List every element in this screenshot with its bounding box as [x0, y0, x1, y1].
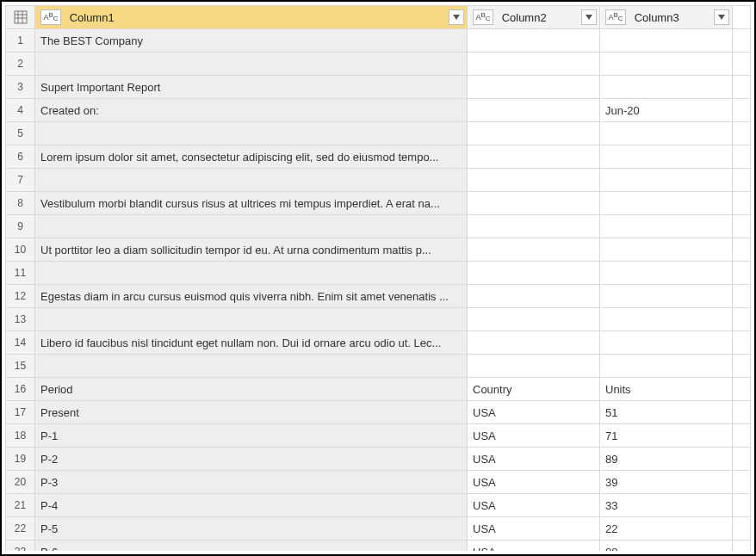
row-number[interactable]: 17	[6, 401, 35, 424]
table-row[interactable]: 16PeriodCountryUnits	[6, 378, 751, 401]
row-number[interactable]: 14	[6, 331, 35, 355]
cell-column2[interactable]	[468, 238, 600, 262]
row-number[interactable]: 19	[6, 448, 35, 471]
cell-column1[interactable]: The BEST Company	[35, 29, 468, 53]
row-number[interactable]: 15	[6, 355, 35, 378]
table-row[interactable]: 20P-3USA39	[6, 471, 751, 494]
column-header-column1[interactable]: ABC Column1	[35, 6, 468, 29]
cell-column2[interactable]	[468, 192, 600, 215]
cell-column3[interactable]	[600, 308, 733, 331]
table-row[interactable]: 21P-4USA33	[6, 494, 751, 517]
cell-column3[interactable]	[600, 53, 733, 76]
table-row[interactable]: 17PresentUSA51	[6, 401, 751, 424]
row-number[interactable]: 23	[6, 541, 35, 552]
table-row[interactable]: 14Libero id faucibus nisl tincidunt eget…	[6, 331, 751, 355]
cell-column3[interactable]	[600, 29, 733, 53]
cell-column2[interactable]	[468, 99, 600, 122]
cell-column3[interactable]	[600, 355, 733, 378]
cell-column1[interactable]: Present	[35, 401, 468, 424]
table-row[interactable]: 18P-1USA71	[6, 424, 751, 448]
cell-column1[interactable]: P-3	[35, 471, 468, 494]
filter-dropdown-column1[interactable]	[449, 9, 464, 25]
table-row[interactable]: 11	[6, 262, 751, 285]
row-number[interactable]: 16	[6, 378, 35, 401]
cell-column2[interactable]: USA	[468, 424, 600, 448]
cell-column1[interactable]	[35, 122, 468, 145]
cell-column2[interactable]	[468, 355, 600, 378]
cell-column1[interactable]: Lorem ipsum dolor sit amet, consectetur …	[35, 145, 468, 169]
row-number[interactable]: 7	[6, 169, 35, 192]
cell-column1[interactable]: P-6	[35, 541, 468, 552]
cell-column2[interactable]	[468, 122, 600, 145]
cell-column1[interactable]	[35, 169, 468, 192]
row-number[interactable]: 18	[6, 424, 35, 448]
cell-column2[interactable]	[468, 53, 600, 76]
cell-column3[interactable]: Units	[600, 378, 733, 401]
cell-column3[interactable]: 22	[600, 517, 733, 541]
table-row[interactable]: 19P-2USA89	[6, 448, 751, 471]
cell-column2[interactable]	[468, 169, 600, 192]
row-number[interactable]: 13	[6, 308, 35, 331]
cell-column3[interactable]	[600, 331, 733, 355]
text-type-icon[interactable]: ABC	[605, 9, 626, 25]
cell-column3[interactable]	[600, 145, 733, 169]
cell-column2[interactable]	[468, 215, 600, 238]
row-number[interactable]: 21	[6, 494, 35, 517]
cell-column3[interactable]: Jun-20	[600, 99, 733, 122]
row-number[interactable]: 20	[6, 471, 35, 494]
table-row[interactable]: 10Ut porttitor leo a diam sollicitudin t…	[6, 238, 751, 262]
table-row[interactable]: 23P-6USA88	[6, 541, 751, 552]
cell-column1[interactable]: P-2	[35, 448, 468, 471]
table-row[interactable]: 8Vestibulum morbi blandit cursus risus a…	[6, 192, 751, 215]
row-number[interactable]: 11	[6, 262, 35, 285]
cell-column3[interactable]: 33	[600, 494, 733, 517]
row-number[interactable]: 5	[6, 122, 35, 145]
cell-column3[interactable]	[600, 169, 733, 192]
cell-column1[interactable]	[35, 262, 468, 285]
column-header-column2[interactable]: ABC Column2	[468, 6, 600, 29]
table-row[interactable]: 2	[6, 53, 751, 76]
cell-column1[interactable]: Period	[35, 378, 468, 401]
cell-column2[interactable]: USA	[468, 471, 600, 494]
cell-column1[interactable]: P-4	[35, 494, 468, 517]
cell-column2[interactable]: Country	[468, 378, 600, 401]
row-number[interactable]: 22	[6, 517, 35, 541]
table-row[interactable]: 9	[6, 215, 751, 238]
row-number[interactable]: 12	[6, 285, 35, 308]
cell-column3[interactable]: 89	[600, 448, 733, 471]
table-row[interactable]: 15	[6, 355, 751, 378]
cell-column2[interactable]: USA	[468, 494, 600, 517]
cell-column3[interactable]	[600, 262, 733, 285]
cell-column3[interactable]: 39	[600, 471, 733, 494]
cell-column1[interactable]: Supert Important Report	[35, 76, 468, 99]
cell-column3[interactable]	[600, 285, 733, 308]
cell-column3[interactable]: 88	[600, 541, 733, 552]
cell-column2[interactable]	[468, 145, 600, 169]
cell-column2[interactable]	[468, 285, 600, 308]
cell-column3[interactable]	[600, 238, 733, 262]
cell-column1[interactable]	[35, 355, 468, 378]
cell-column1[interactable]: P-1	[35, 424, 468, 448]
cell-column3[interactable]	[600, 192, 733, 215]
cell-column3[interactable]: 51	[600, 401, 733, 424]
row-number[interactable]: 4	[6, 99, 35, 122]
cell-column1[interactable]: Ut porttitor leo a diam sollicitudin tem…	[35, 238, 468, 262]
cell-column1[interactable]: Created on:	[35, 99, 468, 122]
filter-dropdown-column2[interactable]	[581, 9, 597, 25]
row-number[interactable]: 9	[6, 215, 35, 238]
cell-column2[interactable]: USA	[468, 517, 600, 541]
cell-column1[interactable]	[35, 53, 468, 76]
cell-column3[interactable]	[600, 215, 733, 238]
cell-column3[interactable]	[600, 76, 733, 99]
text-type-icon[interactable]: ABC	[40, 9, 61, 25]
table-row[interactable]: 4Created on:Jun-20	[6, 99, 751, 122]
cell-column1[interactable]: Egestas diam in arcu cursus euismod quis…	[35, 285, 468, 308]
row-number[interactable]: 10	[6, 238, 35, 262]
row-number[interactable]: 8	[6, 192, 35, 215]
filter-dropdown-column3[interactable]	[714, 9, 729, 25]
cell-column2[interactable]	[468, 308, 600, 331]
select-all-corner[interactable]	[6, 6, 35, 29]
cell-column2[interactable]	[468, 331, 600, 355]
cell-column3[interactable]: 71	[600, 424, 733, 448]
cell-column2[interactable]: USA	[468, 541, 600, 552]
